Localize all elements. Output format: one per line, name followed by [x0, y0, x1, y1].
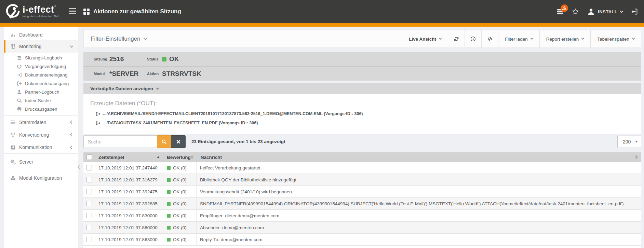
live-view-button[interactable]: Live Ansicht: [402, 30, 448, 47]
table-row[interactable]: 17.10.2019 12:01:37.316279 OK (0) Biblio…: [83, 174, 641, 186]
search-icon: [17, 98, 22, 103]
column-header-nachricht[interactable]: Nachricht: [197, 152, 641, 162]
topbar: i-effect® integrated solutions for IBM i…: [0, 0, 644, 23]
sidebar-item-label: Vorgangsverfolgung: [25, 64, 66, 69]
sidebar-collapse-handle[interactable]: [78, 164, 81, 170]
chevron-down-icon: [70, 44, 73, 47]
row-checkbox[interactable]: [86, 225, 92, 230]
table-row[interactable]: 17.10.2019 12:01:37.392475 OK (0) Vearbe…: [83, 186, 641, 198]
book-icon: [10, 44, 16, 49]
column-header-zeitstempel[interactable]: Zeitstempel: [95, 152, 163, 162]
accent-stripe: [0, 23, 644, 27]
cell-timestamp: 17.10.2019 12:01:37.392885: [95, 198, 163, 209]
cell-message: Vearbeitungsschritt (2401/10) wird begon…: [197, 186, 641, 197]
sidebar-item-modul-konfiguration[interactable]: Modul-Konfiguration: [4, 170, 78, 186]
sidebar-item-vorgangsverfolgung[interactable]: Vorgangsverfolgung: [4, 62, 78, 71]
cell-rating: OK (0): [163, 186, 197, 197]
refresh-button[interactable]: [448, 30, 465, 47]
table-row[interactable]: 17.10.2019 12:01:37.830000 OK (0) Empfän…: [83, 210, 641, 222]
create-report-button[interactable]: Report erstellen: [539, 30, 590, 47]
status-green-square: [167, 166, 171, 170]
table-row[interactable]: 17.10.2019 12:01:37.860000 OK (0) Absend…: [83, 222, 641, 234]
filter-settings-label: Filter-Einstellungen: [91, 36, 140, 42]
printer-icon: [17, 107, 22, 112]
table-row[interactable]: 17.10.2019 12:01:37.392885 OK (0) SNDEMA…: [83, 198, 641, 210]
sign-out-icon: [17, 81, 22, 86]
cell-message: Empfänger: dieter.demo@menten.com: [197, 210, 641, 221]
sidebar-item-index-suche[interactable]: Index-Suche: [4, 96, 78, 105]
table-row[interactable]: 17.10.2019 12:01:37.863000 OK (0) Reply-…: [83, 234, 641, 246]
row-checkbox[interactable]: [86, 189, 92, 194]
page-title: Aktionen zur gewählten Sitzung: [93, 8, 181, 15]
logout-button[interactable]: [631, 8, 638, 15]
select-all-checkbox[interactable]: [86, 154, 92, 160]
row-checkbox[interactable]: [86, 237, 92, 242]
row-checkbox[interactable]: [86, 201, 92, 206]
sidebar-item-druckausgaben[interactable]: Druckausgaben: [4, 105, 78, 113]
history-button[interactable]: [465, 30, 481, 47]
linked-files-toggle[interactable]: Verknüpfte Dateien anzeigen: [83, 83, 641, 94]
sidebar-item-label: Dokumentenausgang: [25, 81, 69, 86]
search-button[interactable]: [157, 135, 171, 148]
gears-icon: [10, 159, 16, 165]
load-filter-button[interactable]: Filter laden: [498, 30, 539, 47]
sidebar-item-stammdaten[interactable]: Stammdaten: [4, 116, 78, 128]
chevron-down-icon: [581, 37, 584, 40]
module-label: Modul: [94, 72, 109, 76]
session-value: 2516: [109, 55, 147, 63]
row-checkbox[interactable]: [86, 213, 92, 218]
cell-message: Absender: demo@menten.com: [197, 222, 641, 233]
cell-message: Bibliothek QGY der Bibliotheksliste hinz…: [197, 174, 641, 185]
user-menu-label: INSTALL: [598, 9, 617, 14]
column-header-bewertung[interactable]: Bewertung: [163, 152, 197, 162]
i-effect-logo[interactable]: i-effect® integrated solutions for IBM i: [5, 3, 59, 19]
brand-tagline: integrated solutions for IBM i: [23, 15, 59, 18]
cell-timestamp: 17.10.2019 12:01:37.863000: [95, 234, 163, 245]
row-checkbox[interactable]: [86, 177, 92, 182]
cell-timestamp: 17.10.2019 12:01:37.860000: [95, 222, 163, 233]
file-link-label: .../ARCHIVE/EMAIL/SEND/I-EFFECTMAILCLIEN…: [103, 111, 363, 116]
cell-rating: OK (0): [163, 198, 197, 209]
table-row[interactable]: 17.10.2019 12:01:37.247440 OK (0) i-effe…: [83, 162, 641, 174]
table-columns-button[interactable]: Tabellenspalten: [590, 30, 641, 47]
cell-message: i-effect Verarbeitung gestartet.: [197, 162, 641, 174]
filter-settings-toggle[interactable]: Filter-Einstellungen: [84, 30, 402, 47]
sidebar-item-dokumenteneingang[interactable]: Dokumenteneingang: [4, 71, 78, 79]
sidebar-item-kommunikation[interactable]: Kommunikation: [4, 141, 78, 154]
page-size-select[interactable]: 200: [617, 136, 641, 148]
sidebar-item-sitzungs-logbuch[interactable]: Sitzungs-Logbuch: [4, 54, 78, 62]
cell-rating: OK (0): [163, 210, 197, 221]
warning-triangle-icon: [562, 6, 567, 10]
sort-icon: [635, 155, 638, 159]
result-summary: 23 Einträge gesamt, von 1 bis 23 angezei…: [191, 139, 285, 144]
repeat-button[interactable]: [481, 30, 498, 47]
chevron-down-icon: [620, 9, 623, 13]
status-value: OK: [162, 55, 179, 63]
alert-badge: [561, 4, 568, 12]
user-menu[interactable]: INSTALL: [587, 8, 623, 15]
row-checkbox[interactable]: [86, 165, 92, 170]
status-green-square: [167, 178, 171, 182]
file-link[interactable]: .../ARCHIVE/EMAIL/SEND/I-EFFECTMAILCLIEN…: [96, 111, 641, 116]
sidebar-item-server[interactable]: Server: [4, 154, 78, 170]
file-link[interactable]: .../DATA/OUT/TASK-2401/MENTEN_FACTSHEET_…: [96, 121, 641, 125]
chevron-down-icon: [632, 37, 635, 40]
module-value: *SERVER: [109, 70, 147, 78]
sidebar-item-label: Dashboard: [19, 32, 43, 38]
cell-timestamp: 17.10.2019 12:01:37.247440: [95, 162, 163, 174]
cell-rating: OK (0): [163, 222, 197, 233]
session-label: Sitzung: [94, 57, 109, 61]
sidebar-item-konvertierung[interactable]: Konvertierung: [4, 128, 78, 141]
search-input[interactable]: [83, 135, 157, 148]
sidebar-item-monitoring[interactable]: Monitoring: [4, 40, 78, 53]
clear-search-button[interactable]: [171, 135, 186, 148]
sort-asc-icon: [157, 156, 160, 158]
chevron-left-icon: [70, 121, 73, 124]
sidebar-item-partner-logbuch[interactable]: Partner-Logbuch: [4, 88, 78, 96]
sidebar-toggle-button[interactable]: [69, 8, 77, 14]
notifications-button[interactable]: [557, 9, 564, 15]
sidebar-item-dokumentenausgang[interactable]: Dokumentenausgang: [4, 79, 78, 88]
chevron-left-icon: [70, 133, 73, 137]
sidebar-item-dashboard[interactable]: Dashboard: [4, 29, 78, 40]
favorites-button[interactable]: [572, 8, 579, 15]
